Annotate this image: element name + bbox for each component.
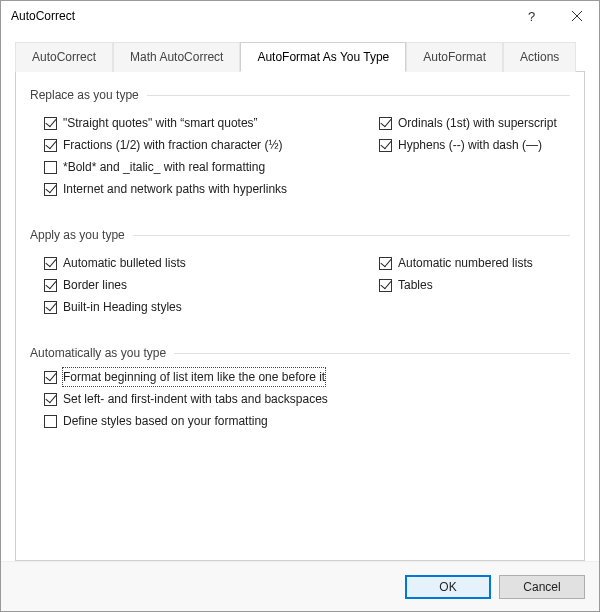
group-title-label: Replace as you type <box>30 88 139 102</box>
checkbox-icon <box>44 161 57 174</box>
cb-format-beginning[interactable]: Format beginning of list item like the o… <box>44 368 570 386</box>
checkbox-icon <box>44 371 57 384</box>
cb-straight-quotes[interactable]: "Straight quotes" with “smart quotes” <box>44 114 365 132</box>
cb-auto-numbered[interactable]: Automatic numbered lists <box>379 254 570 272</box>
tab-actions[interactable]: Actions <box>503 42 576 72</box>
autocorrect-dialog: AutoCorrect ? AutoCorrect Math AutoCorre… <box>0 0 600 612</box>
cb-fractions[interactable]: Fractions (1/2) with fraction character … <box>44 136 365 154</box>
tab-content: Replace as you type "Straight quotes" wi… <box>15 72 585 561</box>
checkbox-label: Ordinals (1st) with superscript <box>398 114 557 132</box>
tab-autoformat[interactable]: AutoFormat <box>406 42 503 72</box>
checkbox-label: Tables <box>398 276 433 294</box>
apply-col-right: Automatic numbered lists Tables <box>365 250 570 320</box>
apply-columns: Automatic bulleted lists Border lines Bu… <box>30 250 570 320</box>
checkbox-label: Fractions (1/2) with fraction character … <box>63 136 282 154</box>
cb-ordinals[interactable]: Ordinals (1st) with superscript <box>379 114 570 132</box>
tab-math-autocorrect[interactable]: Math AutoCorrect <box>113 42 240 72</box>
cb-bold-italic[interactable]: *Bold* and _italic_ with real formatting <box>44 158 365 176</box>
checkbox-icon <box>44 257 57 270</box>
checkbox-icon <box>379 117 392 130</box>
checkbox-label: Built-in Heading styles <box>63 298 182 316</box>
checkbox-icon <box>379 257 392 270</box>
group-title-replace: Replace as you type <box>30 88 570 102</box>
checkbox-label: Automatic bulleted lists <box>63 254 186 272</box>
cb-hyphens[interactable]: Hyphens (--) with dash (—) <box>379 136 570 154</box>
cb-tables[interactable]: Tables <box>379 276 570 294</box>
checkbox-icon <box>379 139 392 152</box>
close-button[interactable] <box>554 1 599 31</box>
group-title-apply: Apply as you type <box>30 228 570 242</box>
tab-autocorrect[interactable]: AutoCorrect <box>15 42 113 72</box>
checkbox-label: Automatic numbered lists <box>398 254 533 272</box>
checkbox-label: Format beginning of list item like the o… <box>63 368 325 386</box>
group-title-auto: Automatically as you type <box>30 346 570 360</box>
replace-col-right: Ordinals (1st) with superscript Hyphens … <box>365 110 570 202</box>
checkbox-label: Define styles based on your formatting <box>63 412 268 430</box>
checkbox-icon <box>379 279 392 292</box>
cb-heading-styles[interactable]: Built-in Heading styles <box>44 298 365 316</box>
checkbox-icon <box>44 301 57 314</box>
replace-columns: "Straight quotes" with “smart quotes” Fr… <box>30 110 570 202</box>
dialog-body: AutoCorrect Math AutoCorrect AutoFormat … <box>1 31 599 561</box>
checkbox-label: Set left- and first-indent with tabs and… <box>63 390 328 408</box>
auto-items: Format beginning of list item like the o… <box>30 368 570 430</box>
checkbox-label: *Bold* and _italic_ with real formatting <box>63 158 265 176</box>
tab-bar: AutoCorrect Math AutoCorrect AutoFormat … <box>15 41 585 72</box>
checkbox-label: "Straight quotes" with “smart quotes” <box>63 114 258 132</box>
cb-internet-paths[interactable]: Internet and network paths with hyperlin… <box>44 180 365 198</box>
help-button[interactable]: ? <box>509 1 554 31</box>
apply-col-left: Automatic bulleted lists Border lines Bu… <box>30 250 365 320</box>
divider <box>147 95 570 96</box>
cancel-button[interactable]: Cancel <box>499 575 585 599</box>
cb-define-styles[interactable]: Define styles based on your formatting <box>44 412 570 430</box>
group-title-label: Apply as you type <box>30 228 125 242</box>
dialog-footer: OK Cancel <box>1 561 599 611</box>
titlebar-title: AutoCorrect <box>11 9 509 23</box>
checkbox-icon <box>44 139 57 152</box>
close-icon <box>572 11 582 21</box>
divider <box>133 235 570 236</box>
divider <box>174 353 570 354</box>
replace-col-left: "Straight quotes" with “smart quotes” Fr… <box>30 110 365 202</box>
checkbox-icon <box>44 183 57 196</box>
tab-autoformat-as-you-type[interactable]: AutoFormat As You Type <box>240 42 406 72</box>
checkbox-icon <box>44 415 57 428</box>
titlebar: AutoCorrect ? <box>1 1 599 31</box>
checkbox-label: Hyphens (--) with dash (—) <box>398 136 542 154</box>
cb-border-lines[interactable]: Border lines <box>44 276 365 294</box>
cb-set-left-indent[interactable]: Set left- and first-indent with tabs and… <box>44 390 570 408</box>
group-title-label: Automatically as you type <box>30 346 166 360</box>
checkbox-label: Border lines <box>63 276 127 294</box>
checkbox-icon <box>44 393 57 406</box>
cb-auto-bulleted[interactable]: Automatic bulleted lists <box>44 254 365 272</box>
checkbox-label: Internet and network paths with hyperlin… <box>63 180 287 198</box>
ok-button[interactable]: OK <box>405 575 491 599</box>
checkbox-icon <box>44 279 57 292</box>
checkbox-icon <box>44 117 57 130</box>
